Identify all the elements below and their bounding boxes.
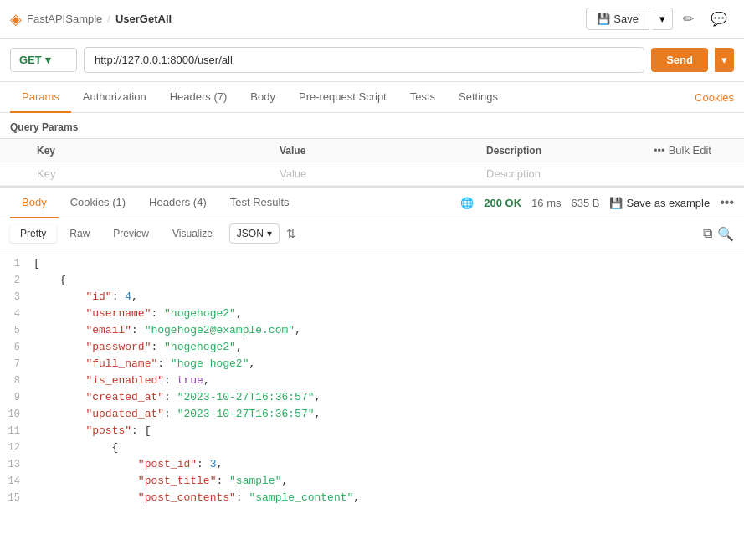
- col-value: Value: [269, 139, 476, 162]
- res-tab-body[interactable]: Body: [10, 188, 59, 218]
- method-label: GET: [19, 54, 42, 66]
- save-button[interactable]: 💾 Save: [586, 8, 649, 30]
- method-selector[interactable]: GET ▾: [10, 48, 77, 72]
- url-input[interactable]: [84, 47, 644, 73]
- save-example-label: Save as example: [626, 197, 710, 209]
- params-table: Key Value Description ••• Bulk Edit Key …: [0, 138, 744, 186]
- code-line-10: 10 "updated_at": "2023-10-27T16:36:57",: [0, 407, 744, 424]
- res-tab-headers[interactable]: Headers (4): [137, 188, 218, 218]
- col-checkbox: [0, 139, 27, 162]
- code-line-8: 8 "is_enabled": true,: [0, 373, 744, 390]
- send-button[interactable]: Send: [651, 48, 708, 72]
- globe-icon: 🌐: [460, 197, 474, 209]
- save-example-icon: 💾: [609, 197, 623, 209]
- row-checkbox: [0, 162, 27, 186]
- response-tab-bar: Body Cookies (1) Headers (4) Test Result…: [0, 188, 744, 218]
- query-params-section: Query Params Key Value Description ••• B…: [0, 113, 744, 186]
- code-line-2: 2 {: [0, 273, 744, 290]
- collection-name: FastAPISample: [27, 13, 102, 25]
- copy-button[interactable]: ⧉: [703, 226, 712, 242]
- code-line-6: 6 "password": "hogehoge2",: [0, 340, 744, 357]
- response-section: Body Cookies (1) Headers (4) Test Result…: [0, 186, 744, 509]
- app-logo: ◈: [10, 10, 22, 28]
- json-format-label: JSON: [237, 228, 264, 239]
- response-status-bar: 🌐 200 OK 16 ms 635 B 💾 Save as example •…: [460, 195, 734, 210]
- col-key: Key: [27, 139, 269, 162]
- response-time: 16 ms: [531, 197, 561, 209]
- json-dropdown-icon: ▾: [267, 228, 272, 239]
- table-row: Key Value Description: [0, 162, 744, 186]
- format-bar: Pretty Raw Preview Visualize JSON ▾ ⇅ ⧉ …: [0, 218, 744, 249]
- comment-button[interactable]: 💬: [704, 7, 734, 31]
- cookies-tab[interactable]: Cookies: [695, 83, 734, 112]
- col-bulk: ••• Bulk Edit: [644, 139, 744, 162]
- code-line-11: 11 "posts": [: [0, 424, 744, 440]
- tab-prerequest[interactable]: Pre-request Script: [287, 82, 398, 113]
- top-bar: ◈ FastAPISample / UserGetAll 💾 Save ▾ ✏ …: [0, 0, 744, 39]
- format-pretty-button[interactable]: Pretty: [10, 224, 56, 243]
- row-actions: [644, 162, 744, 186]
- save-example-button[interactable]: 💾 Save as example: [609, 197, 710, 209]
- code-line-14: 14 "post_title": "sample",: [0, 474, 744, 491]
- tab-headers[interactable]: Headers (7): [158, 82, 239, 113]
- response-body-code: 1 [ 2 { 3 "id": 4, 4 "username": "hogeho…: [0, 249, 744, 509]
- code-line-7: 7 "full_name": "hoge hoge2",: [0, 357, 744, 373]
- save-dropdown-button[interactable]: ▾: [653, 8, 673, 30]
- request-name: UserGetAll: [115, 13, 172, 25]
- bulk-edit-button[interactable]: ••• Bulk Edit: [654, 144, 711, 157]
- edit-button[interactable]: ✏: [676, 7, 700, 31]
- send-label: Send: [651, 48, 708, 72]
- code-line-13: 13 "post_id": 3,: [0, 457, 744, 474]
- code-line-12: 12 {: [0, 440, 744, 457]
- search-button[interactable]: 🔍: [717, 226, 734, 242]
- breadcrumb: ◈ FastAPISample / UserGetAll: [10, 10, 172, 28]
- row-desc-input[interactable]: Description: [476, 162, 644, 186]
- format-preview-button[interactable]: Preview: [103, 224, 159, 243]
- col-description: Description: [476, 139, 644, 162]
- request-tabs: Params Authorization Headers (7) Body Pr…: [0, 82, 744, 113]
- save-icon: 💾: [597, 13, 610, 25]
- response-size: 635 B: [571, 197, 599, 209]
- json-format-selector[interactable]: JSON ▾: [229, 223, 280, 244]
- code-line-1: 1 [: [0, 256, 744, 273]
- method-dropdown-icon: ▾: [45, 54, 51, 66]
- status-code: 200 OK: [484, 197, 521, 209]
- tab-body[interactable]: Body: [239, 82, 287, 113]
- breadcrumb-sep: /: [107, 13, 110, 25]
- format-bar-actions: ⧉ 🔍: [703, 226, 734, 242]
- more-options-button[interactable]: •••: [720, 195, 734, 210]
- code-line-3: 3 "id": 4,: [0, 290, 744, 306]
- tab-tests[interactable]: Tests: [398, 82, 447, 113]
- query-params-label: Query Params: [0, 113, 744, 138]
- code-line-9: 9 "created_at": "2023-10-27T16:36:57",: [0, 390, 744, 407]
- code-line-16: 16 "post_created_at": "2023-10-27T19:02:…: [0, 507, 744, 509]
- top-bar-actions: 💾 Save ▾ ✏ 💬: [586, 7, 734, 31]
- bulk-icon: •••: [654, 144, 665, 157]
- code-line-15: 15 "post_contents": "sample_content",: [0, 491, 744, 507]
- code-line-5: 5 "email": "hogehoge2@example.com",: [0, 323, 744, 340]
- tab-settings[interactable]: Settings: [447, 82, 510, 113]
- format-visualize-button[interactable]: Visualize: [162, 224, 223, 243]
- res-tab-test-results[interactable]: Test Results: [218, 188, 301, 218]
- sort-button[interactable]: ⇅: [286, 227, 296, 240]
- tab-params[interactable]: Params: [10, 82, 71, 113]
- res-tab-cookies[interactable]: Cookies (1): [59, 188, 137, 218]
- format-raw-button[interactable]: Raw: [59, 224, 100, 243]
- tab-authorization[interactable]: Authorization: [71, 82, 158, 113]
- url-bar: GET ▾ Send ▾: [0, 39, 744, 82]
- save-label: Save: [613, 13, 639, 25]
- row-key-input[interactable]: Key: [27, 162, 269, 186]
- send-dropdown-button[interactable]: ▾: [715, 48, 734, 72]
- code-line-4: 4 "username": "hogehoge2",: [0, 306, 744, 323]
- row-value-input[interactable]: Value: [269, 162, 476, 186]
